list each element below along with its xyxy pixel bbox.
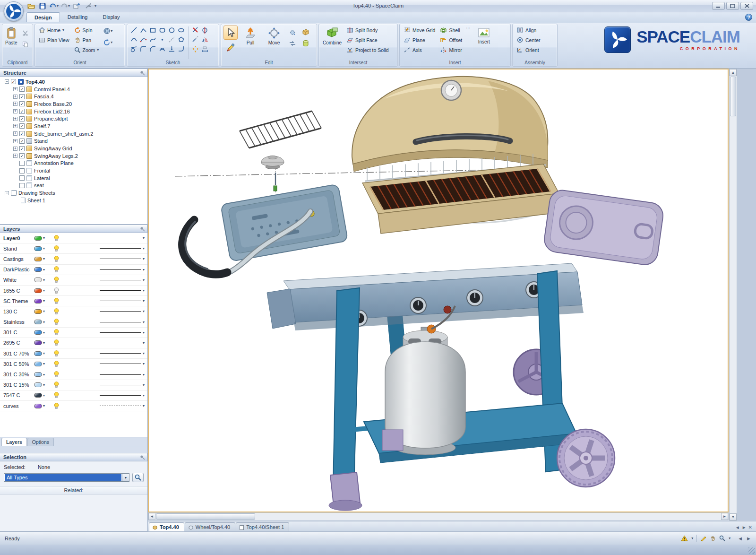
minimize-button[interactable] bbox=[712, 2, 725, 10]
undo-button[interactable]: ▾ bbox=[49, 1, 59, 10]
layer-visibility-bulb[interactable] bbox=[52, 329, 61, 336]
layer-linestyle[interactable]: ▾ bbox=[62, 257, 146, 261]
plan-view-button[interactable]: Plan View bbox=[37, 35, 71, 44]
layer-color-swatch[interactable]: ▾ bbox=[34, 309, 50, 314]
visibility-checkbox[interactable]: ✓ bbox=[19, 116, 25, 121]
collapse-icon[interactable]: − bbox=[5, 79, 9, 84]
solid-box-icon[interactable] bbox=[300, 27, 311, 37]
tree-item-drawing-sheets[interactable]: − Drawing Sheets bbox=[0, 189, 147, 197]
expand-icon[interactable]: + bbox=[13, 117, 17, 121]
insert-button[interactable]: Insert bbox=[473, 26, 495, 45]
expand-icon[interactable]: + bbox=[13, 109, 17, 113]
visibility-checkbox[interactable]: ✓ bbox=[19, 146, 25, 151]
layer-color-swatch[interactable]: ▾ bbox=[34, 257, 50, 261]
layer-color-swatch[interactable]: ▾ bbox=[34, 362, 50, 366]
sketch-construction-line-icon[interactable] bbox=[167, 35, 176, 44]
doc-tab-top440[interactable]: Top4.40 bbox=[149, 522, 184, 531]
sketch-mode-button[interactable] bbox=[223, 41, 238, 55]
layer-visibility-bulb[interactable] bbox=[52, 298, 61, 304]
layer-color-swatch[interactable]: ▾ bbox=[34, 267, 50, 272]
tree-item[interactable]: +✓Shelf.7 bbox=[0, 122, 147, 130]
warning-dropdown-icon[interactable]: ▾ bbox=[691, 536, 693, 540]
3d-viewport[interactable] bbox=[148, 69, 729, 512]
layer-linestyle[interactable]: ▾ bbox=[62, 278, 146, 282]
expand-icon[interactable]: + bbox=[13, 147, 17, 151]
visibility-checkbox[interactable]: ✓ bbox=[19, 109, 25, 114]
insert-more-icon[interactable]: ⋯ bbox=[465, 26, 471, 30]
sketch-three-point-arc-icon[interactable] bbox=[139, 35, 148, 44]
sketch-arc-icon[interactable] bbox=[129, 35, 138, 44]
layer-color-swatch[interactable]: ▾ bbox=[34, 404, 50, 408]
expand-icon[interactable]: + bbox=[13, 95, 17, 99]
layer-linestyle[interactable]: ▾ bbox=[62, 351, 146, 356]
redo-button[interactable]: ▾ bbox=[60, 1, 70, 10]
tree-item[interactable]: +✓Propane.sldprt bbox=[0, 115, 147, 122]
scroll-up-icon[interactable]: ▲ bbox=[730, 69, 737, 76]
pin-icon[interactable] bbox=[140, 70, 145, 76]
tree-item[interactable]: +Annotation Plane bbox=[0, 160, 147, 167]
layer-linestyle[interactable]: ▾ bbox=[62, 246, 146, 251]
layer-color-swatch[interactable]: ▾ bbox=[34, 246, 50, 251]
sketch-extend-icon[interactable] bbox=[191, 35, 200, 44]
layer-color-swatch[interactable]: ▾ bbox=[34, 382, 50, 387]
sketch-spline-icon[interactable] bbox=[148, 35, 157, 44]
layer-visibility-bulb[interactable] bbox=[52, 308, 61, 315]
visibility-checkbox[interactable]: ✓ bbox=[19, 101, 25, 106]
sketch-polygon-icon[interactable] bbox=[177, 35, 186, 44]
sketch-offset-curve-icon[interactable] bbox=[158, 44, 167, 53]
shell-button[interactable]: Shell bbox=[438, 26, 464, 35]
expand-icon[interactable]: + bbox=[13, 87, 17, 91]
fill-tool-icon[interactable] bbox=[287, 27, 298, 37]
sketch-chamfer-icon[interactable] bbox=[148, 44, 157, 53]
move-button[interactable]: Move bbox=[263, 26, 285, 46]
visibility-checkbox[interactable]: ✓ bbox=[19, 153, 25, 158]
layer-visibility-bulb[interactable] bbox=[52, 339, 61, 346]
pull-button[interactable]: Pull bbox=[240, 26, 261, 46]
tree-item[interactable]: +✓Fascia.4 bbox=[0, 93, 147, 100]
tab-scroll-left-icon[interactable]: ◄ bbox=[735, 525, 740, 530]
layer-row[interactable]: 130 C▾▾ bbox=[0, 306, 147, 317]
layer-row[interactable]: 1655 C▾▾ bbox=[0, 286, 147, 296]
selection-search-button[interactable] bbox=[132, 473, 144, 482]
chevron-down-icon[interactable]: ▾ bbox=[122, 474, 129, 481]
tree-item[interactable]: +Frontal bbox=[0, 167, 147, 174]
layer-linestyle[interactable]: ▾ bbox=[62, 320, 146, 324]
application-menu-button[interactable] bbox=[4, 1, 24, 21]
align-button[interactable]: Align bbox=[515, 26, 542, 35]
tree-item[interactable]: +✓Firebox Base.20 bbox=[0, 100, 147, 108]
combine-button[interactable]: Combine bbox=[321, 26, 343, 46]
visibility-checkbox[interactable] bbox=[19, 175, 25, 181]
layer-linestyle[interactable]: ▾ bbox=[62, 288, 146, 293]
layer-row[interactable]: White▾▾ bbox=[0, 275, 147, 286]
sketch-rounded-rectangle-icon[interactable] bbox=[158, 26, 167, 35]
layer-row[interactable]: Layer0▾▾ bbox=[0, 233, 147, 243]
share-button[interactable] bbox=[72, 1, 81, 10]
visibility-checkbox[interactable]: ✓ bbox=[19, 87, 25, 92]
tab-close-icon[interactable]: ✕ bbox=[748, 525, 752, 530]
layer-linestyle[interactable]: ▾ bbox=[62, 236, 146, 240]
zoom-tool-icon[interactable] bbox=[719, 535, 725, 541]
layer-row[interactable]: 301 C 50%▾▾ bbox=[0, 359, 147, 369]
split-body-button[interactable]: Split Body bbox=[345, 26, 390, 35]
center-button[interactable]: Center bbox=[515, 35, 542, 44]
home-button[interactable]: Home▾ bbox=[37, 26, 71, 35]
pin-icon[interactable] bbox=[140, 226, 145, 232]
expand-icon[interactable]: + bbox=[13, 139, 17, 143]
layer-color-swatch[interactable]: ▾ bbox=[34, 393, 50, 398]
layer-visibility-bulb[interactable] bbox=[52, 403, 61, 409]
next-view-icon[interactable]: ► bbox=[746, 536, 751, 541]
layer-row[interactable]: 2695 C▾▾ bbox=[0, 338, 147, 348]
model-canvas[interactable]: ▲ ▼ ◄ ► bbox=[148, 69, 737, 521]
layer-linestyle[interactable]: ▾ bbox=[62, 309, 146, 313]
sketch-fillet-icon[interactable] bbox=[139, 44, 148, 53]
layer-row[interactable]: 7547 C▾▾ bbox=[0, 390, 147, 401]
expand-icon[interactable]: + bbox=[13, 102, 17, 106]
expand-icon[interactable]: + bbox=[13, 154, 17, 158]
layer-row[interactable]: 301 C 15%▾▾ bbox=[0, 380, 147, 390]
doc-tab-sheet[interactable]: Top4.40/Sheet 1 bbox=[236, 522, 289, 531]
tree-item[interactable]: +✓Side_burner_shelf_asm.2 bbox=[0, 130, 147, 138]
layer-color-swatch[interactable]: ▾ bbox=[34, 320, 50, 324]
horizontal-scrollbar[interactable]: ◄ ► bbox=[148, 512, 729, 520]
sketch-trim-icon[interactable] bbox=[191, 26, 200, 35]
resize-grip[interactable] bbox=[748, 547, 755, 554]
